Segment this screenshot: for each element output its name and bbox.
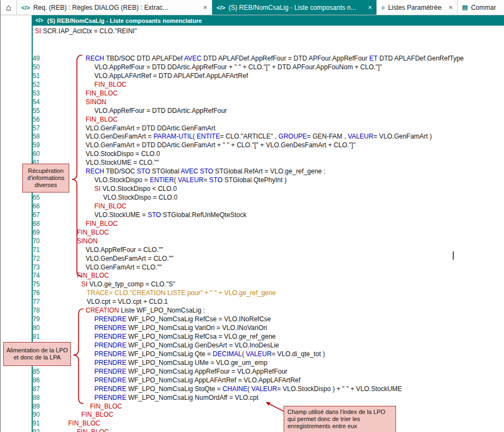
code-line[interactable]: 81PRENDRE WF_LPO_NomCsaLig RefCsa = VLO.… [1, 333, 504, 341]
code-line[interactable]: 85PRENDRE WF_LPO_NomCsaLig AppRefFour = … [1, 368, 504, 376]
code-line[interactable]: 84PRENDRE WF_LPO_NomCsaLig UMe = VLO.ge_… [1, 359, 504, 368]
ibeam-cursor [453, 251, 454, 260]
code-line-text: FIN_BLOC [42, 428, 109, 432]
code-segment: VALEUR [246, 350, 272, 358]
code-line[interactable]: 62RECH TBD/SOC STO STGlobal AVEC STO STG… [1, 167, 504, 176]
code-line-text: FIN_BLOC [42, 81, 127, 89]
code-line[interactable]: 56FIN_BLOC [1, 116, 504, 124]
code-segment: VLO.StockDispo < CLO.0 [103, 185, 177, 193]
tab-commandes[interactable]: ▤ Commar [458, 0, 504, 15]
code-line-text: PRENDRE WF_LPO_NomCsaLig AppRefFour = VL… [42, 368, 287, 376]
code-line[interactable]: 66FIN_BLOC [1, 202, 504, 211]
close-icon[interactable]: × [445, 3, 453, 11]
code-segment: WF_LPO_NomCsaLig RefCse = VLO.INoRefCse [128, 315, 271, 323]
code-segment: FIN_BLOC [68, 419, 100, 427]
code-line[interactable]: 71VLO.AppRefFour = CLO."" [1, 246, 504, 255]
tab-listes-parametrees[interactable]: ≡ Listes Paramétrées × [377, 0, 458, 15]
code-editor[interactable]: 49RECH TBD/SOC DTD APLAFDef AVEC DTD APL… [1, 55, 504, 432]
code-line[interactable]: 51VLO.AppLAFArtRef = DTD APLAFDef.AppLAF… [1, 72, 504, 81]
code-segment: = VLO.GenFamArt ) [374, 133, 432, 140]
code-line-text: FIN_BLOC [42, 89, 118, 98]
line-number: 60 [1, 150, 42, 159]
code-line[interactable]: 75SI VLO.ge_typ_comp = CLO."S" [1, 280, 504, 289]
code-segment: WF_LPO_NomCsaLig UMe = VLO.ge_um_emp [128, 359, 267, 367]
code-segment: VLO.GenFamArt = DTD DDArtic.GenFamArt + … [86, 141, 356, 149]
code-segment: VLO.ge_typ_comp = CLO."S" [89, 280, 176, 288]
code-line[interactable]: 80PRENDRE WF_LPO_NomCsaLig VariOri = VLO… [1, 324, 504, 333]
context-code-line[interactable]: SI SCR.IAP_ActCtx = CLO."REINI" [35, 27, 137, 35]
code-line-text: VLO.GenDesFamArt = PARAM-UTIL( ENTITE= C… [42, 133, 432, 141]
code-line[interactable]: 89FIN_BLOC [1, 403, 504, 411]
code-segment: STO [148, 211, 163, 219]
code-line[interactable]: 58VLO.GenDesFamArt = PARAM-UTIL( ENTITE=… [1, 133, 504, 141]
code-segment: SINON [86, 98, 106, 106]
code-line[interactable]: 90FIN_BLOC [1, 411, 504, 419]
callout-recuperation-informations: Récupération d'informations diverses [22, 164, 69, 193]
code-line[interactable]: 82PRENDRE WF_LPO_NomCsaLig GenDesArt = V… [1, 341, 504, 350]
code-line[interactable]: 63VLO.StockDispo = ENTIER( VALEUR= STO S… [1, 176, 504, 185]
close-icon[interactable]: × [364, 3, 372, 11]
code-line[interactable]: 54SINON [1, 98, 504, 107]
code-line[interactable]: 67VLO.StockUME = STO STGlobal.RefUnMeQte… [1, 211, 504, 220]
tab-req-reb-regles[interactable]: </> Req. (REB) : Règles DIALOG (REB) : E… [17, 0, 212, 15]
code-line[interactable]: 73VLO.GenFamArt = CLO."" [1, 263, 504, 272]
code-line[interactable]: 60VLO.StockDispo = CLO.0 [1, 150, 504, 159]
code-icon: </> [35, 17, 43, 23]
line-number: 75 [1, 280, 42, 289]
code-segment: VLO.AppLAFArtRef = DTD APLAFDef.AppLAFAr… [94, 72, 248, 80]
line-number: 54 [1, 98, 42, 107]
code-line[interactable]: 76TRACE= CLO."CREATION LISTE pour" + " "… [1, 289, 504, 298]
line-number: 49 [1, 55, 42, 63]
code-line[interactable]: 77VLO.cpt = VLO.cpt + CLO.1 [1, 298, 504, 307]
code-segment: VLO.cpt = VLO.cpt + CLO.1 [87, 298, 168, 305]
code-line[interactable]: 78CREATION Liste WF_LPO_NomCsaLig : [1, 307, 504, 315]
code-line[interactable]: 88PRENDRE WF_LPO_NomCsaLig NumOrdAff = V… [1, 394, 504, 403]
code-segment: FIN_BLOC [77, 272, 109, 279]
code-segment: VALEUR [348, 133, 374, 140]
document-icon: ▤ [462, 4, 467, 11]
code-line[interactable]: 52FIN_BLOC [1, 81, 504, 89]
code-segment: RECH [86, 167, 106, 175]
code-line[interactable]: 69FIN_BLOC [1, 229, 504, 237]
code-line[interactable]: 70SINON [1, 237, 504, 246]
code-line[interactable]: 72VLO.GenDesFamArt = CLO."" [1, 255, 504, 263]
code-line[interactable]: 87PRENDRE WF_LPO_NomCsaLig StoQte = CHAI… [1, 385, 504, 394]
code-segment: AVEC [184, 55, 203, 62]
code-line[interactable]: 92FIN_BLOC [1, 428, 504, 432]
code-line-text: VLO.StockDispo = CLO.0 [42, 194, 177, 202]
code-line[interactable]: 55VLO.AppRefFour = DTD DDArtic.AppRefFou… [1, 107, 504, 116]
code-line[interactable]: 91FIN_BLOC [1, 419, 504, 428]
code-segment: = VLO.StockDispo ) + " " + VLO.StockUME [277, 385, 402, 393]
code-segment: STO [137, 167, 152, 175]
code-line[interactable]: 53FIN_BLOC [1, 89, 504, 98]
code-line[interactable]: 79PRENDRE WF_LPO_NomCsaLig RefCse = VLO.… [1, 315, 504, 324]
code-line[interactable]: 57VLO.GenFamArt = DTD DDArtic.GenFamArt [1, 124, 504, 133]
code-line-text: VLO.GenFamArt = CLO."" [42, 263, 162, 272]
tab-reb-nomcsalig[interactable]: </> (S) REB/NomCsaLig - Liste composants… [212, 0, 377, 15]
code-segment: PRENDRE [94, 359, 128, 367]
code-line[interactable]: 74FIN_BLOC [1, 272, 504, 280]
home-button[interactable]: ⌂ [1, 0, 17, 15]
code-line[interactable]: 68FIN_BLOC [1, 220, 504, 229]
close-icon[interactable]: × [200, 3, 207, 11]
code-line[interactable]: 50VLO.AppRefFour = DTD DDArtic.AppRefFou… [1, 63, 504, 72]
code-line[interactable]: 86PRENDRE WF_LPO_NomCsaLig AppLAFArtRef … [1, 376, 504, 385]
code-line-text: FIN_BLOC [42, 411, 113, 419]
code-segment: DTD APLAFDef.AppRefFour = DTD APFour.App… [203, 55, 369, 62]
code-line[interactable]: 61VLO.StockUME = CLO."" [1, 159, 504, 167]
code-line[interactable]: 64SI VLO.StockDispo < CLO.0 [1, 185, 504, 194]
code-line[interactable]: 59VLO.GenFamArt = DTD DDArtic.GenFamArt … [1, 141, 504, 150]
code-line[interactable]: 83PRENDRE WF_LPO_NomCsaLig Qte = DECIMAL… [1, 350, 504, 359]
line-number: 66 [1, 202, 42, 211]
line-number: 51 [1, 72, 42, 81]
code-segment: VLO.AppRefFour = DTD DDArtic.AppRefFour [94, 107, 227, 115]
code-line[interactable]: 65VLO.StockDispo = CLO.0 [1, 194, 504, 202]
code-line-text: VLO.AppRefFour = CLO."" [42, 246, 163, 255]
code-segment: = GEN-FAM , [307, 133, 348, 140]
line-number: 57 [1, 124, 42, 133]
code-line[interactable]: 49RECH TBD/SOC DTD APLAFDef AVEC DTD APL… [1, 55, 504, 63]
home-icon: ⌂ [6, 3, 11, 13]
code-segment: ( [247, 385, 251, 393]
code-lines: 49RECH TBD/SOC DTD APLAFDef AVEC DTD APL… [1, 55, 504, 432]
code-line-text: VLO.GenFamArt = DTD DDArtic.GenFamArt [42, 124, 215, 133]
